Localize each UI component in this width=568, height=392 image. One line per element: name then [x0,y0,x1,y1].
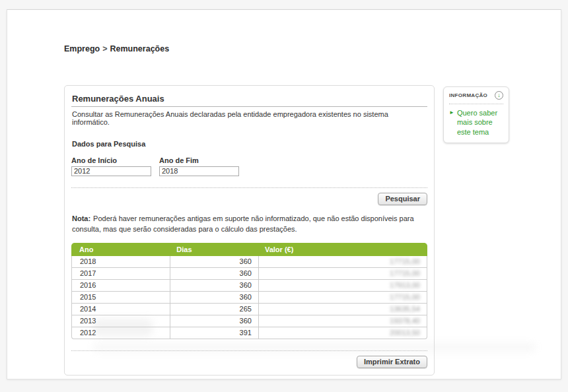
cell-dias: 360 [170,268,258,280]
note-label: Nota: [72,214,90,222]
cell-dias: 360 [170,256,258,268]
cell-ano: 2017 [71,268,170,280]
cell-valor-redacted: 20013,50 [258,327,427,339]
cell-valor-redacted: 17715,00 [258,292,427,304]
page-title: Remunerações Anuais [71,92,427,107]
cell-dias: 360 [170,280,258,292]
cell-ano: 2015 [71,292,170,304]
information-box: INFORMAÇÃO ↓ ► Quero saber mais sobre es… [443,86,509,143]
cell-dias: 360 [170,315,258,327]
green-arrow-icon: ► [449,110,454,137]
information-box-header: INFORMAÇÃO ↓ [449,91,503,100]
table-row: 2017 360 17715,00 [71,268,427,280]
cell-ano: 2018 [71,256,170,268]
know-more-link-label: Quero saber mais sobre este tema [457,108,503,137]
table-row: 2018 360 17715,00 [71,256,427,268]
end-year-field-group: Ano de Fim [159,156,247,176]
table-row: 2016 360 17913,00 [71,280,427,292]
collapse-down-arrow-icon[interactable]: ↓ [495,91,503,100]
print-statement-button[interactable]: Imprimir Extrato [357,356,427,368]
cell-valor-redacted: 17715,00 [258,256,427,268]
separator-dashed-top [71,187,427,188]
search-button-row: Pesquisar [71,192,427,205]
redacted-smudge [93,319,153,336]
information-box-separator [449,104,503,104]
note-body: Poderá haver remunerações antigas em sup… [72,214,414,233]
cell-ano: 2014 [71,304,170,315]
breadcrumb-separator: > [100,44,110,53]
redacted-smudge [93,343,536,352]
breadcrumb: Emprego>Remunerações [64,44,169,53]
table-header-row: Ano Dias Valor (€) [71,243,427,256]
start-year-field-group: Ano de Início [71,156,159,176]
column-header-valor: Valor (€) [258,243,427,256]
know-more-link[interactable]: ► Quero saber mais sobre este tema [449,108,503,137]
end-year-input[interactable] [159,166,239,176]
cell-dias: 360 [170,292,258,304]
cell-valor-redacted: 17715,00 [258,268,427,280]
cell-dias: 265 [170,304,258,315]
end-year-label: Ano de Fim [159,156,247,164]
page-description: Consultar as Remunerações Anuais declara… [71,107,427,126]
breadcrumb-item-emprego[interactable]: Emprego [64,44,100,53]
start-year-input[interactable] [71,166,151,176]
cell-valor-redacted: 17913,00 [258,280,427,292]
table-row: 2014 265 13635,54 [71,304,427,315]
information-box-title: INFORMAÇÃO [449,92,487,98]
start-year-label: Ano de Início [71,156,159,164]
column-header-ano: Ano [71,243,170,256]
breadcrumb-item-remuneracoes[interactable]: Remunerações [110,44,170,53]
print-button-row: Imprimir Extrato [71,355,427,368]
page-card: Emprego>Remunerações Remunerações Anuais… [7,9,561,379]
cell-valor-redacted: 19378,40 [258,315,427,327]
search-section-heading: Dados para Pesquisa [71,140,427,148]
search-button[interactable]: Pesquisar [378,193,427,205]
search-fields: Ano de Início Ano de Fim [71,156,427,176]
cell-ano: 2016 [71,280,170,292]
cell-dias: 391 [170,327,258,339]
column-header-dias: Dias [170,243,258,256]
table-row: 2015 360 17715,00 [71,292,427,304]
cell-valor-redacted: 13635,54 [258,304,427,315]
note-text: Nota:Poderá haver remunerações antigas e… [71,214,427,235]
